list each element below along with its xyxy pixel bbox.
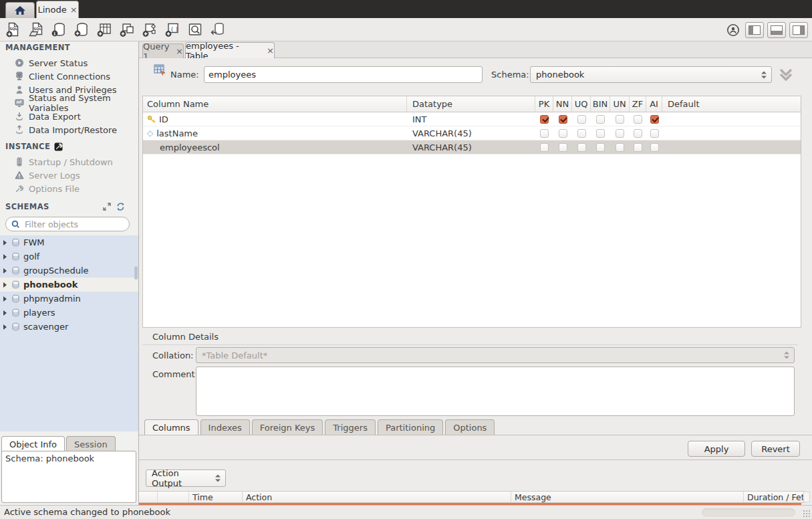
expander-icon[interactable] (3, 310, 7, 316)
schema-row-phpmyadmin[interactable]: phpmyadmin (0, 292, 138, 306)
table-name-input[interactable] (204, 66, 483, 83)
header-datatype[interactable]: Datatype (407, 96, 535, 112)
pk-checkbox[interactable] (540, 129, 549, 138)
nn-checkbox[interactable] (559, 115, 567, 124)
uq-checkbox[interactable] (577, 129, 586, 138)
revert-button[interactable]: Revert (751, 441, 800, 457)
bin-checkbox[interactable] (596, 143, 605, 152)
header-default[interactable]: Default (662, 96, 799, 112)
schema-row-players[interactable]: players (0, 306, 138, 320)
column-row-id[interactable]: ID INT (143, 112, 801, 126)
output-header-message[interactable]: Message (511, 492, 744, 502)
create-view-button[interactable] (118, 20, 136, 38)
refresh-schemas-icon[interactable] (116, 203, 125, 211)
sidebar-item-startup-shutdown[interactable]: Startup / Shutdown (0, 155, 138, 169)
output-selector[interactable]: Action Output (146, 470, 226, 487)
comment-textarea[interactable] (196, 367, 795, 416)
sidebar-item-options-file[interactable]: Options File (0, 182, 138, 195)
un-checkbox[interactable] (616, 115, 624, 124)
expand-schemas-icon[interactable] (103, 203, 111, 211)
schema-filter-input[interactable] (23, 219, 130, 230)
search-table-data-button[interactable] (186, 20, 204, 38)
schema-row-phonebook[interactable]: phonebook (0, 278, 138, 292)
create-schema-button[interactable]: i (49, 20, 67, 38)
uq-checkbox[interactable] (577, 115, 586, 124)
toggle-output-area-button[interactable] (767, 22, 786, 38)
schema-select[interactable]: phonebook (530, 66, 772, 83)
pk-checkbox[interactable] (540, 115, 549, 124)
apply-button[interactable]: Apply (688, 441, 745, 457)
output-scrollbar[interactable] (803, 492, 810, 502)
header-nn[interactable]: NN (553, 96, 572, 112)
tab-session[interactable]: Session (66, 436, 116, 451)
schema-row-fwm[interactable]: FWM (0, 235, 138, 249)
toggle-secondary-sidebar-button[interactable] (789, 22, 808, 38)
sidebar-item-data-export[interactable]: Data Export (0, 110, 138, 123)
tab-employees-table[interactable]: employees - Table × (185, 42, 275, 58)
connection-tab[interactable]: Linode × (36, 1, 79, 18)
header-bin[interactable]: BIN (591, 96, 610, 112)
pk-checkbox[interactable] (540, 143, 549, 152)
bin-checkbox[interactable] (596, 129, 605, 138)
expander-icon[interactable] (3, 282, 7, 288)
tree-scrollbar[interactable] (134, 266, 138, 280)
ai-checkbox[interactable] (650, 143, 659, 152)
nn-checkbox[interactable] (559, 143, 567, 152)
schema-row-scavenger[interactable]: scavenger (0, 320, 138, 334)
toggle-sidebar-button[interactable] (745, 22, 764, 38)
sidebar-item-server-status[interactable]: Server Status (0, 56, 138, 70)
column-row-lastname[interactable]: ◇ lastName VARCHAR(45) (143, 126, 801, 140)
tab-partitioning[interactable]: Partitioning (378, 419, 443, 435)
resize-grip-icon[interactable] (803, 510, 811, 518)
ai-checkbox[interactable] (650, 115, 659, 124)
zf-checkbox[interactable] (634, 129, 642, 138)
sidebar-item-data-import[interactable]: Data Import/Restore (0, 123, 138, 136)
tab-triggers[interactable]: Triggers (325, 419, 376, 435)
zf-checkbox[interactable] (634, 143, 642, 152)
header-ai[interactable]: AI (646, 96, 662, 112)
home-tab[interactable] (5, 2, 35, 18)
output-header-duration[interactable]: Duration / Fetch (744, 492, 805, 502)
output-header-time[interactable]: Time (189, 492, 243, 502)
add-database-button[interactable] (72, 20, 90, 38)
close-icon[interactable]: × (267, 46, 274, 55)
expander-icon[interactable] (3, 254, 7, 260)
expander-icon[interactable] (3, 296, 7, 302)
sidebar-item-client-connections[interactable]: Client Connections (0, 70, 138, 83)
sidebar-item-status-variables[interactable]: Status and System Variables (0, 96, 138, 110)
tab-query-1[interactable]: Query 1 × (142, 43, 184, 58)
zf-checkbox[interactable] (634, 115, 642, 124)
sidebar-item-server-logs[interactable]: Server Logs (0, 169, 138, 182)
schema-row-golf[interactable]: golf (0, 249, 138, 264)
new-sql-tab-button[interactable]: SQL (4, 20, 22, 38)
bin-checkbox[interactable] (596, 115, 605, 124)
un-checkbox[interactable] (616, 143, 624, 152)
close-icon[interactable]: × (176, 47, 183, 56)
tab-foreign-keys[interactable]: Foreign Keys (252, 419, 323, 435)
expander-icon[interactable] (3, 324, 7, 330)
support-button[interactable] (724, 21, 742, 39)
header-zf[interactable]: ZF (630, 96, 646, 112)
tab-options[interactable]: Options (445, 419, 495, 435)
create-routine-button[interactable] (140, 20, 158, 38)
tab-object-info[interactable]: Object Info (1, 436, 65, 451)
collation-select[interactable]: *Table Default* (196, 347, 795, 363)
reconnect-dbms-button[interactable] (209, 20, 227, 38)
uq-checkbox[interactable] (577, 143, 586, 152)
tab-indexes[interactable]: Indexes (200, 419, 250, 435)
expander-icon[interactable] (3, 240, 7, 245)
close-icon[interactable]: × (70, 5, 78, 14)
expand-header-icon[interactable] (777, 66, 795, 84)
schema-row-groupschedule[interactable]: groupSchedule (0, 264, 138, 278)
nn-checkbox[interactable] (559, 129, 567, 138)
open-sql-script-button[interactable]: SQL (27, 20, 45, 38)
header-pk[interactable]: PK (535, 96, 553, 112)
create-table-button[interactable] (95, 20, 113, 38)
ai-checkbox[interactable] (650, 129, 659, 138)
un-checkbox[interactable] (616, 129, 624, 138)
header-uq[interactable]: UQ (572, 96, 591, 112)
header-un[interactable]: UN (610, 96, 630, 112)
tab-columns[interactable]: Columns (144, 419, 198, 435)
output-header-action[interactable]: Action (243, 492, 511, 502)
header-column-name[interactable]: Column Name (143, 96, 407, 112)
